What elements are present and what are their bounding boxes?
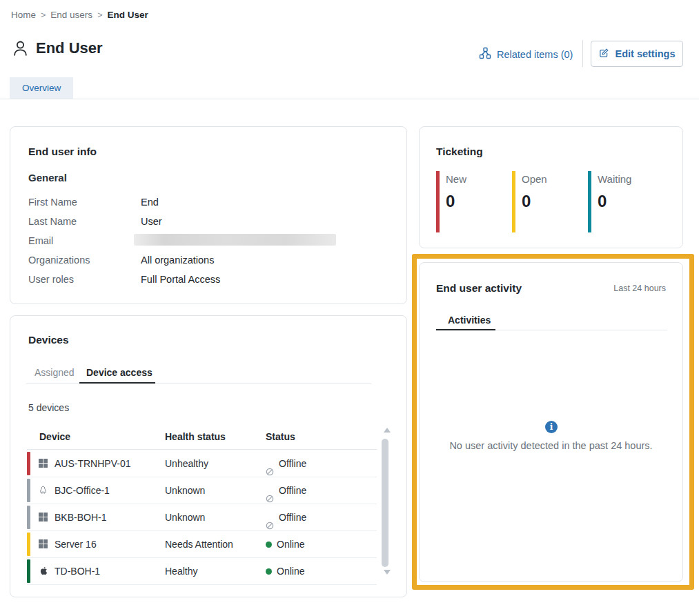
online-icon (266, 542, 272, 548)
stat-value: 0 (598, 192, 607, 211)
device-health-bar (27, 479, 30, 502)
field-first-name: First Name End (28, 197, 123, 208)
field-label: Organizations (28, 255, 123, 266)
device-name: TD-BOH-1 (55, 558, 100, 584)
status-label: Offline (279, 504, 306, 530)
scrollbar-thumb[interactable] (382, 439, 388, 567)
device-health: Unhealthy (165, 450, 208, 477)
column-header-status: Status (266, 431, 295, 442)
column-header-health-status: Health status (165, 431, 226, 442)
end-user-activity-card: End user activity Last 24 hours Activiti… (419, 262, 683, 582)
breadcrumb-home[interactable]: Home (11, 10, 36, 20)
related-items-link[interactable]: Related items (0) (479, 47, 573, 61)
device-count: 5 devices (28, 402, 69, 413)
edit-settings-label: Edit settings (615, 48, 675, 59)
device-health-bar (27, 452, 30, 475)
device-health: Unknown (165, 477, 205, 504)
field-user-roles: User roles Full Portal Access (28, 274, 123, 285)
devices-card: Devices Assigned Device access 5 devices… (10, 315, 407, 597)
device-status: Offline (266, 450, 306, 477)
table-row[interactable]: BKB-BOH-1 Unknown Offline (27, 504, 377, 531)
edit-settings-button[interactable]: Edit settings (591, 41, 683, 67)
device-health: Healthy (165, 558, 197, 584)
tab-overview[interactable]: Overview (10, 77, 73, 99)
stat-label: Waiting (598, 173, 631, 185)
ticket-stat-open: Open 0 (512, 171, 585, 232)
breadcrumb-end-users[interactable]: End users (50, 10, 92, 20)
related-items-icon (479, 47, 491, 61)
breadcrumb-separator-icon: > (97, 10, 102, 20)
field-last-name: Last Name User (28, 216, 123, 227)
scrollbar-up-arrow-icon[interactable] (384, 428, 391, 433)
status-label: Offline (279, 477, 306, 504)
field-value: All organizations (141, 255, 214, 266)
stat-value: 0 (522, 192, 531, 211)
table-row[interactable]: TD-BOH-1 Healthy Online (27, 558, 377, 585)
redacted-email-value (134, 234, 336, 246)
device-status: Online (266, 558, 304, 584)
field-label: Email (28, 235, 123, 246)
device-status: Offline (266, 477, 306, 504)
offline-icon (266, 459, 274, 468)
activity-time-range: Last 24 hours (613, 284, 666, 293)
device-health: Unknown (165, 504, 205, 530)
table-row[interactable]: Server 16 Needs Attention Online (27, 531, 377, 558)
table-row[interactable]: BJC-Office-1 Unknown Offline (27, 477, 377, 504)
breadcrumb-current: End User (107, 10, 148, 20)
stat-color-bar (512, 171, 515, 232)
stat-label: Open (522, 173, 547, 185)
windows-icon (39, 459, 48, 468)
breadcrumb-separator-icon: > (41, 10, 46, 20)
tabs-divider (0, 99, 699, 99)
tab-device-access[interactable]: Device access (86, 367, 152, 378)
user-icon (11, 39, 30, 58)
stat-value: 0 (446, 192, 455, 211)
activity-empty-message: No user activity detected in the past 24… (420, 440, 682, 451)
offline-icon (266, 486, 274, 495)
field-email: Email (28, 235, 123, 246)
edit-icon (598, 48, 609, 61)
scrollbar-down-arrow-icon[interactable] (384, 570, 391, 575)
field-value: Full Portal Access (141, 274, 220, 285)
field-label: First Name (28, 197, 123, 208)
active-tab-underline (436, 329, 495, 330)
ticketing-title: Ticketing (436, 146, 483, 158)
tab-activities[interactable]: Activities (448, 315, 491, 326)
ticketing-card: Ticketing New 0 Open 0 Waiting 0 (419, 126, 683, 248)
status-label: Online (277, 558, 304, 584)
windows-icon (39, 513, 48, 522)
related-items-label: Related items (0) (497, 49, 573, 60)
device-health-bar (27, 559, 30, 583)
column-header-device: Device (39, 431, 70, 442)
windows-icon (39, 539, 48, 549)
device-health: Needs Attention (165, 531, 233, 557)
end-user-page: Home > End users > End User End User Rel… (0, 0, 699, 616)
online-icon (266, 568, 272, 575)
field-organizations: Organizations All organizations (28, 255, 123, 266)
device-status: Offline (266, 504, 306, 530)
stat-color-bar (588, 171, 591, 232)
device-status: Online (266, 531, 304, 557)
general-section-heading: General (28, 172, 67, 183)
field-value: End (141, 197, 159, 208)
ticket-stat-waiting: Waiting 0 (588, 171, 661, 232)
device-name: BKB-BOH-1 (55, 504, 106, 530)
end-user-info-card: End user info General First Name End Las… (10, 126, 407, 304)
offline-icon (266, 513, 274, 521)
tab-assigned[interactable]: Assigned (35, 367, 75, 378)
table-header-row: Device Health status Status (27, 428, 377, 450)
apple-icon (39, 566, 48, 576)
device-health-bar (27, 533, 30, 556)
ticket-stat-new: New 0 (436, 171, 509, 232)
stat-label: New (446, 173, 466, 185)
field-value: User (141, 216, 162, 227)
device-name: AUS-TRNHPV-01 (55, 450, 130, 477)
linux-icon (39, 486, 48, 495)
page-title: End User (36, 39, 103, 57)
table-row[interactable]: AUS-TRNHPV-01 Unhealthy Offline (27, 450, 377, 477)
status-label: Offline (279, 450, 306, 477)
device-health-bar (27, 506, 30, 529)
end-user-info-title: End user info (28, 146, 97, 158)
stat-color-bar (436, 171, 440, 232)
active-tab-underline (79, 382, 155, 384)
